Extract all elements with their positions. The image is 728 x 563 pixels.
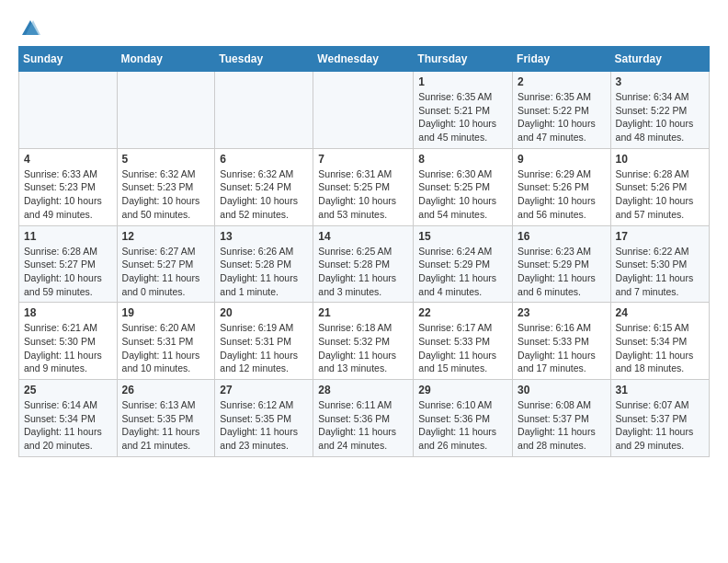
day-number: 17 <box>616 230 704 243</box>
calendar-cell: 30Sunrise: 6:08 AM Sunset: 5:37 PM Dayli… <box>513 380 611 457</box>
day-info: Sunrise: 6:07 AM Sunset: 5:37 PM Dayligh… <box>616 398 704 453</box>
day-number: 23 <box>518 306 606 319</box>
day-number: 27 <box>220 384 308 396</box>
day-info: Sunrise: 6:21 AM Sunset: 5:30 PM Dayligh… <box>24 321 112 375</box>
day-number: 3 <box>616 75 704 88</box>
calendar-header-row: SundayMondayTuesdayWednesdayThursdayFrid… <box>19 47 710 72</box>
calendar-cell: 13Sunrise: 6:26 AM Sunset: 5:28 PM Dayli… <box>215 225 313 303</box>
day-number: 22 <box>418 306 507 319</box>
day-info: Sunrise: 6:27 AM Sunset: 5:27 PM Dayligh… <box>122 245 210 299</box>
day-info: Sunrise: 6:26 AM Sunset: 5:28 PM Dayligh… <box>220 245 308 299</box>
column-header-friday: Friday <box>513 47 611 72</box>
day-info: Sunrise: 6:31 AM Sunset: 5:25 PM Dayligh… <box>318 167 408 222</box>
day-number: 18 <box>24 306 112 319</box>
day-number: 7 <box>318 153 408 166</box>
column-header-saturday: Saturday <box>610 47 709 72</box>
calendar-cell: 12Sunrise: 6:27 AM Sunset: 5:27 PM Dayli… <box>117 225 215 303</box>
day-number: 26 <box>122 384 210 396</box>
day-number: 12 <box>122 230 210 243</box>
calendar-week-row: 4Sunrise: 6:33 AM Sunset: 5:23 PM Daylig… <box>19 148 710 225</box>
calendar-cell: 28Sunrise: 6:11 AM Sunset: 5:36 PM Dayli… <box>313 380 414 457</box>
calendar-cell: 15Sunrise: 6:24 AM Sunset: 5:29 PM Dayli… <box>414 225 513 303</box>
column-header-wednesday: Wednesday <box>313 47 414 72</box>
day-info: Sunrise: 6:20 AM Sunset: 5:31 PM Dayligh… <box>122 321 210 375</box>
day-info: Sunrise: 6:35 AM Sunset: 5:21 PM Dayligh… <box>418 90 507 144</box>
calendar-cell: 29Sunrise: 6:10 AM Sunset: 5:36 PM Dayli… <box>414 380 513 457</box>
calendar-cell <box>19 72 118 149</box>
day-number: 28 <box>318 384 408 396</box>
day-number: 14 <box>318 230 408 243</box>
day-number: 20 <box>220 306 308 319</box>
column-header-sunday: Sunday <box>19 47 118 72</box>
calendar-cell: 27Sunrise: 6:12 AM Sunset: 5:35 PM Dayli… <box>215 380 313 457</box>
header <box>18 15 710 39</box>
calendar-cell: 8Sunrise: 6:30 AM Sunset: 5:25 PM Daylig… <box>414 148 513 225</box>
calendar-cell: 25Sunrise: 6:14 AM Sunset: 5:34 PM Dayli… <box>19 380 118 457</box>
calendar-cell: 14Sunrise: 6:25 AM Sunset: 5:28 PM Dayli… <box>313 225 414 303</box>
calendar-cell: 11Sunrise: 6:28 AM Sunset: 5:27 PM Dayli… <box>19 225 118 303</box>
day-info: Sunrise: 6:35 AM Sunset: 5:22 PM Dayligh… <box>518 90 606 144</box>
day-info: Sunrise: 6:19 AM Sunset: 5:31 PM Dayligh… <box>220 321 308 375</box>
day-info: Sunrise: 6:10 AM Sunset: 5:36 PM Dayligh… <box>418 398 507 453</box>
calendar-cell: 23Sunrise: 6:16 AM Sunset: 5:33 PM Dayli… <box>513 303 611 380</box>
calendar-cell: 2Sunrise: 6:35 AM Sunset: 5:22 PM Daylig… <box>513 72 611 149</box>
day-info: Sunrise: 6:23 AM Sunset: 5:29 PM Dayligh… <box>518 245 606 299</box>
calendar-cell: 16Sunrise: 6:23 AM Sunset: 5:29 PM Dayli… <box>513 225 611 303</box>
column-header-monday: Monday <box>117 47 215 72</box>
day-number: 16 <box>518 230 606 243</box>
day-number: 1 <box>418 75 507 88</box>
calendar-week-row: 11Sunrise: 6:28 AM Sunset: 5:27 PM Dayli… <box>19 225 710 303</box>
day-info: Sunrise: 6:30 AM Sunset: 5:25 PM Dayligh… <box>418 167 507 222</box>
day-info: Sunrise: 6:33 AM Sunset: 5:23 PM Dayligh… <box>24 167 112 222</box>
day-number: 4 <box>24 153 112 166</box>
calendar-cell: 7Sunrise: 6:31 AM Sunset: 5:25 PM Daylig… <box>313 148 414 225</box>
calendar-week-row: 1Sunrise: 6:35 AM Sunset: 5:21 PM Daylig… <box>19 72 710 149</box>
calendar-week-row: 18Sunrise: 6:21 AM Sunset: 5:30 PM Dayli… <box>19 303 710 380</box>
calendar-cell: 22Sunrise: 6:17 AM Sunset: 5:33 PM Dayli… <box>414 303 513 380</box>
day-number: 31 <box>616 384 704 396</box>
calendar-cell: 6Sunrise: 6:32 AM Sunset: 5:24 PM Daylig… <box>215 148 313 225</box>
calendar-cell <box>117 72 215 149</box>
calendar-cell: 19Sunrise: 6:20 AM Sunset: 5:31 PM Dayli… <box>117 303 215 380</box>
day-info: Sunrise: 6:22 AM Sunset: 5:30 PM Dayligh… <box>616 245 704 299</box>
day-number: 24 <box>616 306 704 319</box>
day-info: Sunrise: 6:17 AM Sunset: 5:33 PM Dayligh… <box>418 321 507 375</box>
calendar-body: 1Sunrise: 6:35 AM Sunset: 5:21 PM Daylig… <box>19 72 710 457</box>
day-info: Sunrise: 6:28 AM Sunset: 5:26 PM Dayligh… <box>616 167 704 222</box>
day-number: 11 <box>24 230 112 243</box>
calendar-cell: 17Sunrise: 6:22 AM Sunset: 5:30 PM Dayli… <box>610 225 709 303</box>
day-info: Sunrise: 6:34 AM Sunset: 5:22 PM Dayligh… <box>616 90 704 144</box>
day-number: 15 <box>418 230 507 243</box>
calendar-cell: 4Sunrise: 6:33 AM Sunset: 5:23 PM Daylig… <box>19 148 118 225</box>
calendar-cell <box>313 72 414 149</box>
day-info: Sunrise: 6:32 AM Sunset: 5:24 PM Dayligh… <box>220 167 308 222</box>
day-number: 19 <box>122 306 210 319</box>
logo-icon <box>20 18 40 39</box>
calendar-cell: 5Sunrise: 6:32 AM Sunset: 5:23 PM Daylig… <box>117 148 215 225</box>
day-info: Sunrise: 6:11 AM Sunset: 5:36 PM Dayligh… <box>318 398 408 453</box>
calendar-cell: 3Sunrise: 6:34 AM Sunset: 5:22 PM Daylig… <box>610 72 709 149</box>
day-number: 6 <box>220 153 308 166</box>
day-info: Sunrise: 6:24 AM Sunset: 5:29 PM Dayligh… <box>418 245 507 299</box>
calendar-cell: 1Sunrise: 6:35 AM Sunset: 5:21 PM Daylig… <box>414 72 513 149</box>
column-header-thursday: Thursday <box>414 47 513 72</box>
day-info: Sunrise: 6:25 AM Sunset: 5:28 PM Dayligh… <box>318 245 408 299</box>
day-info: Sunrise: 6:18 AM Sunset: 5:32 PM Dayligh… <box>318 321 408 375</box>
day-info: Sunrise: 6:16 AM Sunset: 5:33 PM Dayligh… <box>518 321 606 375</box>
day-info: Sunrise: 6:08 AM Sunset: 5:37 PM Dayligh… <box>518 398 606 453</box>
calendar-cell: 10Sunrise: 6:28 AM Sunset: 5:26 PM Dayli… <box>610 148 709 225</box>
day-number: 8 <box>418 153 507 166</box>
day-info: Sunrise: 6:32 AM Sunset: 5:23 PM Dayligh… <box>122 167 210 222</box>
calendar-cell: 9Sunrise: 6:29 AM Sunset: 5:26 PM Daylig… <box>513 148 611 225</box>
day-number: 13 <box>220 230 308 243</box>
calendar-cell: 31Sunrise: 6:07 AM Sunset: 5:37 PM Dayli… <box>610 380 709 457</box>
day-number: 29 <box>418 384 507 396</box>
day-number: 2 <box>518 75 606 88</box>
calendar-cell: 18Sunrise: 6:21 AM Sunset: 5:30 PM Dayli… <box>19 303 118 380</box>
logo <box>18 18 40 39</box>
day-number: 10 <box>616 153 704 166</box>
calendar-cell: 26Sunrise: 6:13 AM Sunset: 5:35 PM Dayli… <box>117 380 215 457</box>
day-number: 5 <box>122 153 210 166</box>
day-info: Sunrise: 6:29 AM Sunset: 5:26 PM Dayligh… <box>518 167 606 222</box>
day-number: 9 <box>518 153 606 166</box>
